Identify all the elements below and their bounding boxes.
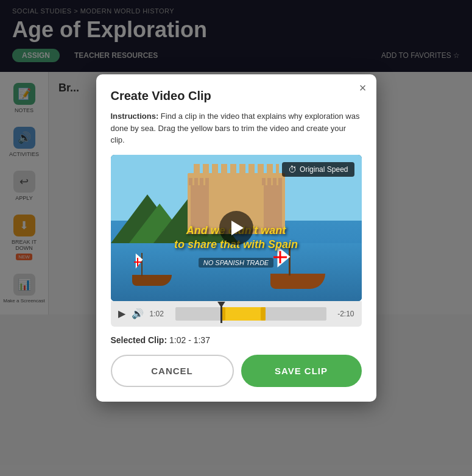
trimmer-right-fill <box>266 307 326 321</box>
volume-button[interactable]: 🔊 <box>132 308 144 319</box>
current-time-label: 1:02 <box>150 310 169 318</box>
modal-buttons: CANCEL SAVE CLIP <box>111 355 362 387</box>
clip-start-time: 1:02 <box>169 335 186 345</box>
instructions-bold-label: Instructions: <box>111 112 159 121</box>
playhead <box>220 305 222 323</box>
play-icon <box>231 221 244 235</box>
play-button[interactable] <box>219 211 253 245</box>
modal-overlay: × Create Video Clip Instructions: Find a… <box>0 0 472 476</box>
save-clip-button[interactable]: SAVE CLIP <box>241 355 362 387</box>
video-subtitle-text: NO SPANISH TRADE <box>199 258 273 268</box>
end-time-label: -2:10 <box>333 310 354 318</box>
create-clip-modal: × Create Video Clip Instructions: Find a… <box>96 74 376 402</box>
speed-label: Original Speed <box>300 165 348 174</box>
video-container[interactable]: And we didn't want to share that with Sp… <box>111 155 362 301</box>
main-ship <box>264 246 325 289</box>
selected-clip-row: Selected Clip: 1:02 - 1:37 <box>111 335 362 345</box>
video-subtitle-area: NO SPANISH TRADE <box>141 257 331 268</box>
trimmer-left-fill <box>175 307 220 321</box>
video-controls: ▶ 🔊 1:02 -2:10 <box>111 301 362 327</box>
trimmer-selected-region[interactable] <box>220 307 266 321</box>
video-scene: And we didn't want to share that with Sp… <box>111 155 362 301</box>
speed-badge[interactable]: ⏱ Original Speed <box>282 162 354 177</box>
play-pause-button[interactable]: ▶ <box>118 308 125 319</box>
clip-separator: - <box>188 335 194 345</box>
trimmer-track[interactable] <box>175 307 326 321</box>
ship-hull <box>270 274 325 289</box>
cancel-button[interactable]: CANCEL <box>111 355 234 387</box>
clip-end-time: 1:37 <box>194 335 210 345</box>
trimmer-right-handle[interactable] <box>261 307 266 321</box>
modal-instructions: Instructions: Find a clip in the video t… <box>111 110 362 146</box>
modal-close-button[interactable]: × <box>359 82 367 94</box>
modal-title: Create Video Clip <box>111 89 362 103</box>
speed-icon: ⏱ <box>288 165 297 174</box>
selected-clip-label: Selected Clip: <box>111 335 167 345</box>
